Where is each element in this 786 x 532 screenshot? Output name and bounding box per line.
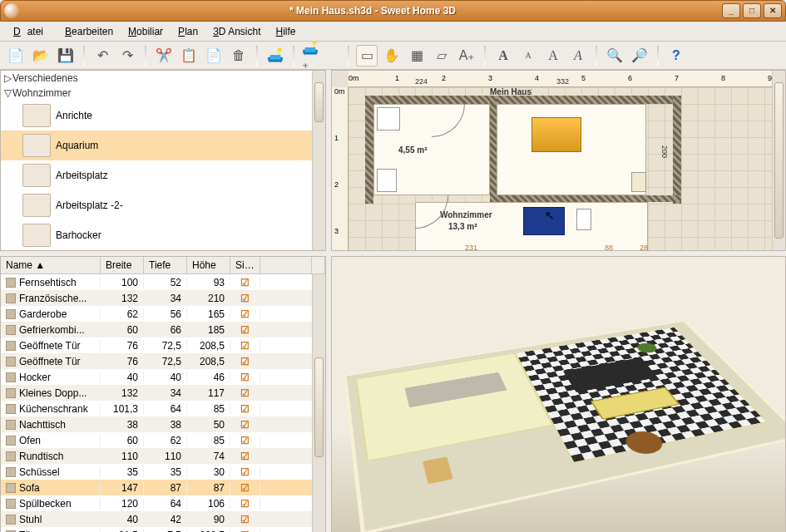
furniture-row-icon (6, 515, 16, 525)
table-row[interactable]: Spülbecken12064106☑ (1, 495, 312, 511)
help-icon[interactable]: ? (665, 45, 687, 66)
cursor-icon: ↖ (545, 209, 555, 222)
plan-furniture[interactable] (576, 209, 591, 230)
dimension-tool-icon[interactable]: A₊ (456, 45, 477, 66)
add-furniture-icon[interactable]: 🛋️ (264, 45, 286, 66)
redo-icon[interactable]: ↷ (116, 45, 138, 66)
visible-checkbox[interactable]: ☑ (230, 498, 260, 510)
col-width[interactable]: Breite (101, 257, 144, 273)
table-row[interactable]: Garderobe6256165☑ (1, 306, 312, 322)
catalog-item[interactable]: Arbeitsplatz -2- (1, 190, 312, 220)
menu-file[interactable]: Datei (7, 24, 57, 39)
table-row[interactable]: Kleines Dopp...13234117☑ (1, 385, 312, 401)
copy-icon[interactable]: 📋 (178, 45, 200, 66)
dimension-label: 200 (660, 145, 669, 158)
catalog-item[interactable]: Arbeitsplatz (1, 160, 312, 190)
menu-furniture[interactable]: Mobiliar (121, 24, 170, 39)
text-medium-icon[interactable]: A (542, 45, 564, 66)
text-italic-icon[interactable]: A (567, 45, 589, 66)
table-row[interactable]: Geöffnete Tür7672,5208,5☑ (1, 337, 312, 353)
menu-plan[interactable]: Plan (171, 24, 205, 39)
table-row[interactable]: Stuhl404290☑ (1, 511, 312, 527)
catalog-category[interactable]: ▷Verschiedenes (1, 71, 312, 86)
visible-checkbox[interactable]: ☑ (230, 403, 260, 415)
col-height[interactable]: Höhe (187, 257, 230, 273)
menu-3dview[interactable]: 3D Ansicht (206, 24, 267, 39)
3d-view[interactable] (331, 256, 786, 532)
visible-checkbox[interactable]: ☑ (230, 482, 260, 494)
paste-icon[interactable]: 📄 (203, 45, 225, 66)
minimize-button[interactable]: _ (722, 3, 740, 18)
save-file-icon[interactable]: 💾 (55, 45, 77, 66)
catalog-category[interactable]: ▽Wohnzimmer (1, 86, 312, 101)
zoom-out-icon[interactable]: 🔎 (629, 45, 650, 66)
plan-view[interactable]: 0m123456789 0m123 Mein Haus 224 332 200 … (331, 70, 786, 251)
plan-furniture[interactable] (377, 107, 400, 131)
visible-checkbox[interactable]: ☑ (230, 451, 260, 462)
undo-icon[interactable]: ↶ (91, 45, 113, 66)
visible-checkbox[interactable]: ☑ (230, 308, 260, 320)
col-name[interactable]: Name ▲ (1, 257, 101, 273)
maximize-button[interactable]: □ (743, 3, 761, 18)
table-header: Name ▲ Breite Tiefe Höhe Sic... (1, 257, 325, 274)
table-row[interactable]: Nachttisch383850☑ (1, 416, 312, 432)
visible-checkbox[interactable]: ☑ (230, 340, 260, 352)
zoom-in-icon[interactable]: 🔍 (604, 45, 625, 66)
visible-checkbox[interactable]: ☑ (230, 372, 260, 383)
catalog-item[interactable]: Aquarium (1, 131, 312, 160)
visible-checkbox[interactable]: ☑ (230, 530, 260, 533)
visible-checkbox[interactable]: ☑ (230, 466, 260, 478)
table-row[interactable]: Geöffnete Tür7672,5208,5☑ (1, 353, 312, 369)
visible-checkbox[interactable]: ☑ (230, 293, 260, 304)
table-row[interactable]: Sofa1478787☑ (1, 480, 312, 495)
table-scrollbar[interactable] (312, 274, 325, 532)
import-furniture-icon[interactable]: 🛋️₊ (301, 45, 323, 66)
open-file-icon[interactable]: 📂 (30, 45, 52, 66)
table-row[interactable]: Hocker404046☑ (1, 369, 312, 385)
table-row[interactable]: Gefrierkombi...6066185☑ (1, 322, 312, 337)
table-row[interactable]: Französische...13234210☑ (1, 290, 312, 306)
menu-help[interactable]: Hilfe (269, 24, 303, 39)
room-area-label: 4,55 m² (398, 145, 427, 155)
new-file-icon[interactable]: 📄 (5, 45, 27, 66)
visible-checkbox[interactable]: ☑ (230, 514, 260, 525)
text-bold-icon[interactable]: A (492, 45, 514, 66)
plan-bed[interactable] (531, 117, 581, 152)
visible-checkbox[interactable]: ☑ (230, 356, 260, 367)
plan-picture[interactable] (631, 172, 646, 192)
dimension-label: 224 (415, 77, 428, 86)
table-row[interactable]: Schüssel353530☑ (1, 464, 312, 480)
table-row[interactable]: Ofen606285☑ (1, 432, 312, 448)
menu-edit[interactable]: Bearbeiten (58, 24, 120, 39)
col-depth[interactable]: Tiefe (144, 257, 187, 273)
pan-tool-icon[interactable]: ✋ (381, 45, 403, 66)
wall-tool-icon[interactable]: ▦ (406, 45, 428, 66)
furniture-row-icon (6, 278, 16, 288)
catalog-item[interactable]: Anrichte (1, 101, 312, 131)
plan-sofa[interactable] (523, 207, 565, 235)
close-button[interactable]: ✕ (764, 3, 782, 18)
room-tool-icon[interactable]: ▱ (431, 45, 452, 66)
visible-checkbox[interactable]: ☑ (230, 387, 260, 399)
table-row[interactable]: Fernsehtisch1005293☑ (1, 274, 312, 290)
plan-scrollbar-v[interactable] (772, 71, 785, 250)
delete-icon[interactable]: 🗑 (228, 45, 250, 66)
furniture-row-icon (6, 436, 16, 446)
catalog-scrollbar[interactable] (312, 71, 325, 250)
furniture-row-icon (6, 483, 16, 493)
table-row[interactable]: Küchenschrank101,36485☑ (1, 401, 312, 416)
catalog-item[interactable]: Barhocker (1, 220, 312, 250)
separator (348, 46, 349, 66)
visible-checkbox[interactable]: ☑ (230, 419, 260, 431)
cut-icon[interactable]: ✂️ (153, 45, 175, 66)
table-row[interactable]: Tür91,57,5208,5☑ (1, 527, 312, 532)
menubar: Datei Bearbeiten Mobiliar Plan 3D Ansich… (0, 22, 786, 42)
visible-checkbox[interactable]: ☑ (230, 435, 260, 446)
select-tool-icon[interactable]: ▭ (356, 45, 378, 66)
text-small-icon[interactable]: A (517, 45, 539, 66)
visible-checkbox[interactable]: ☑ (230, 277, 260, 288)
plan-furniture[interactable] (377, 169, 397, 192)
col-visible[interactable]: Sic... (230, 257, 260, 273)
visible-checkbox[interactable]: ☑ (230, 324, 260, 336)
table-row[interactable]: Rundtisch11011074☑ (1, 448, 312, 464)
